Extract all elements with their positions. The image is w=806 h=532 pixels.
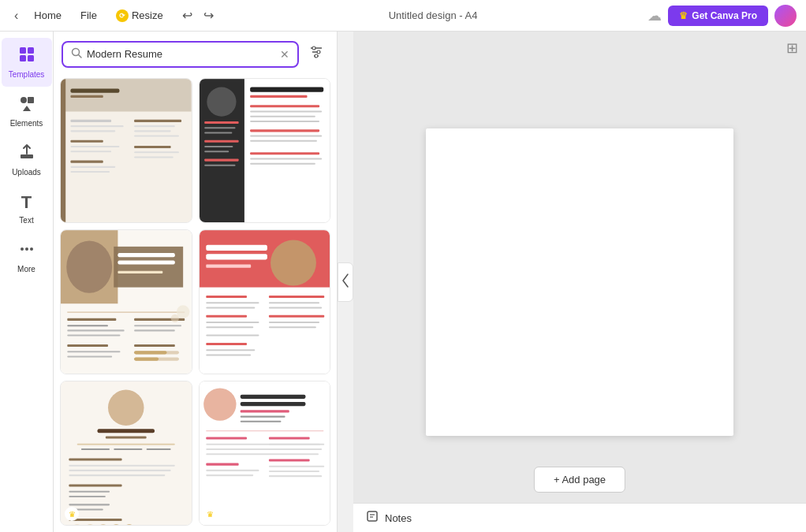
svg-rect-126 (69, 504, 110, 505)
text-label: Text (19, 216, 33, 225)
svg-rect-148 (206, 470, 259, 471)
file-button[interactable]: File (73, 6, 105, 24)
resize-icon: ⟳ (116, 9, 129, 22)
svg-rect-114 (106, 436, 147, 438)
undo-redo-group: ↩ ↪ (177, 5, 218, 26)
template-card-5[interactable]: ♛ (60, 381, 192, 526)
svg-rect-31 (70, 166, 115, 168)
svg-rect-53 (250, 95, 307, 98)
svg-rect-140 (240, 416, 285, 418)
topbar: ‹ Home File ⟳ Resize ↩ ↪ Untitled design… (0, 0, 806, 32)
svg-rect-151 (268, 444, 323, 445)
svg-rect-107 (268, 307, 321, 308)
svg-point-18 (315, 54, 318, 58)
canvas-page[interactable] (426, 128, 733, 436)
svg-rect-82 (134, 344, 175, 347)
svg-rect-46 (204, 132, 232, 133)
template-card-6[interactable]: ♛ (199, 381, 331, 526)
template-card-3[interactable] (60, 229, 192, 374)
uploads-icon (18, 143, 35, 165)
svg-rect-75 (67, 335, 120, 337)
svg-rect-54 (250, 105, 319, 107)
hide-panel-button[interactable] (338, 262, 353, 302)
svg-rect-51 (204, 165, 235, 166)
filter-button[interactable] (304, 39, 329, 69)
svg-point-66 (66, 241, 112, 293)
sidebar-item-uploads[interactable]: Uploads (2, 136, 52, 184)
svg-rect-80 (134, 325, 181, 326)
svg-point-136 (203, 388, 236, 420)
svg-rect-24 (70, 120, 111, 122)
svg-rect-48 (204, 146, 233, 147)
template-card-1[interactable] (60, 78, 192, 223)
resize-button[interactable]: ⟳ Resize (108, 6, 171, 25)
svg-rect-149 (206, 474, 253, 476)
svg-point-4 (21, 97, 27, 103)
svg-rect-93 (206, 254, 267, 259)
svg-rect-106 (268, 302, 319, 303)
svg-rect-67 (114, 247, 183, 288)
crown-icon: ♛ (679, 10, 688, 21)
templates-grid: ♛ (54, 75, 337, 532)
templates-label: Templates (9, 70, 45, 79)
svg-rect-154 (268, 466, 323, 467)
svg-point-8 (21, 247, 24, 251)
sidebar-item-elements[interactable]: Elements (2, 87, 52, 136)
undo-button[interactable]: ↩ (177, 5, 197, 26)
svg-rect-23 (70, 95, 103, 98)
svg-rect-105 (268, 296, 323, 298)
add-page-button[interactable]: + Add page (534, 467, 625, 493)
canvas-options-button[interactable]: ⊞ (786, 39, 798, 57)
svg-rect-125 (69, 496, 106, 497)
svg-rect-45 (204, 127, 235, 128)
svg-rect-128 (69, 519, 121, 521)
templates-panel: ✕ (54, 32, 338, 532)
svg-rect-36 (134, 136, 179, 137)
notes-label[interactable]: Notes (385, 512, 412, 524)
svg-point-112 (108, 389, 144, 426)
svg-rect-59 (250, 136, 322, 137)
crown-badge-6: ♛ (203, 507, 218, 521)
template-card-2[interactable] (199, 78, 331, 223)
svg-rect-137 (240, 395, 305, 399)
topbar-center: Untitled design - A4 (225, 9, 642, 21)
svg-point-10 (30, 247, 33, 251)
svg-rect-94 (206, 265, 251, 268)
svg-point-16 (312, 47, 315, 50)
svg-rect-121 (69, 470, 170, 471)
svg-rect-0 (20, 47, 26, 54)
svg-rect-84 (134, 351, 166, 354)
back-button[interactable]: ‹ (9, 6, 23, 26)
svg-rect-110 (268, 326, 315, 328)
canva-pro-button[interactable]: ♛ Get Canva Pro (668, 6, 768, 26)
sidebar-item-more[interactable]: More (2, 233, 52, 281)
template-card-4[interactable]: ♛ (199, 229, 331, 374)
svg-rect-2 (20, 55, 26, 61)
svg-rect-147 (206, 463, 238, 466)
more-label: More (17, 265, 35, 273)
search-icon (71, 47, 82, 61)
sidebar-item-templates[interactable]: Templates (2, 38, 52, 87)
topbar-right: ☁ ♛ Get Canva Pro (647, 5, 797, 27)
sidebar-item-text[interactable]: T Text (2, 184, 52, 233)
svg-rect-157 (368, 512, 377, 521)
svg-rect-102 (206, 343, 247, 345)
canvas-toolbar: ⊞ (786, 39, 798, 57)
search-input[interactable] (87, 48, 275, 60)
svg-rect-142 (206, 430, 323, 431)
svg-point-17 (317, 50, 320, 54)
svg-rect-29 (70, 151, 111, 152)
svg-rect-33 (134, 120, 181, 122)
search-clear-button[interactable]: ✕ (280, 48, 289, 61)
redo-button[interactable]: ↪ (199, 5, 218, 26)
sidebar-icons: Templates Elements Uploads T (0, 32, 54, 532)
svg-rect-60 (250, 140, 317, 142)
svg-rect-108 (268, 315, 323, 318)
svg-rect-143 (206, 437, 247, 439)
crown-badge-5: ♛ (65, 507, 79, 521)
svg-rect-37 (134, 146, 171, 148)
avatar[interactable] (774, 5, 797, 27)
svg-rect-122 (69, 474, 165, 476)
svg-point-88 (171, 314, 179, 322)
home-button[interactable]: Home (26, 6, 69, 24)
